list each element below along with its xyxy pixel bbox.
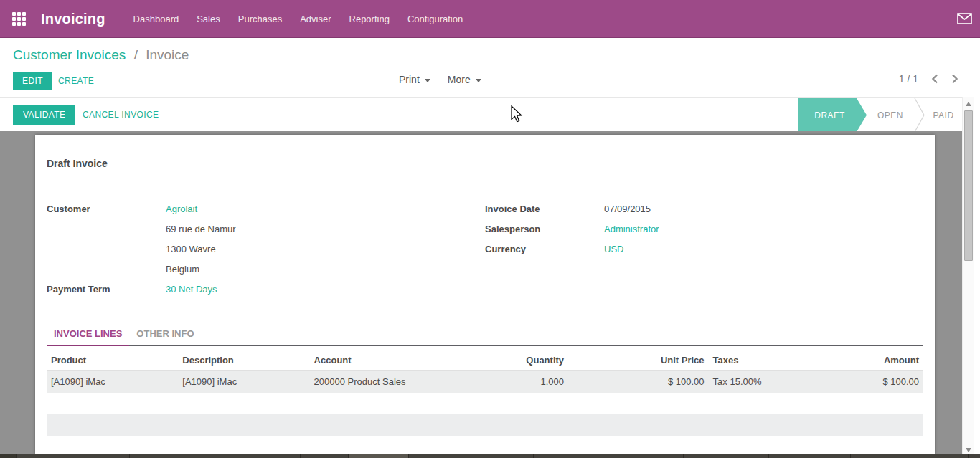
table-row[interactable]: [A1090] iMac [A1090] iMac 200000 Product… (47, 371, 923, 393)
customer-address-country: Belgium (166, 264, 199, 275)
customer-address-city: 1300 Wavre (166, 244, 216, 254)
customer-address-street: 69 rue de Namur (166, 224, 236, 234)
taskbar-segment[interactable] (409, 454, 534, 458)
scroll-down-icon[interactable] (966, 448, 971, 452)
breadcrumb: Customer Invoices / Invoice (13, 47, 189, 63)
stage-draft[interactable]: DRAFT (798, 98, 867, 132)
control-panel: Customer Invoices / Invoice EDIT CREATE … (0, 38, 980, 97)
print-dropdown[interactable]: Print (399, 74, 430, 85)
notebook-tabs: INVOICE LINES OTHER INFO (47, 328, 923, 346)
edit-button[interactable]: EDIT (13, 72, 52, 90)
record-pager: 1 / 1 (899, 73, 958, 85)
invoice-sheet: Draft Invoice Customer Agrolait 69 rue d… (35, 135, 935, 454)
caret-down-icon (476, 79, 481, 82)
field-group-left: Customer Agrolait 69 rue de Namur 1300 W… (47, 199, 463, 299)
salesperson-value[interactable]: Administrator (604, 224, 659, 234)
invoice-date-value: 07/09/2015 (604, 204, 651, 214)
menu-item-reporting[interactable]: Reporting (349, 14, 390, 24)
salesperson-label: Salesperson (485, 224, 604, 234)
cell-taxes[interactable]: Tax 15.00% (709, 371, 823, 393)
statusbar: VALIDATE CANCEL INVOICE DRAFT OPEN PAID (0, 97, 980, 131)
col-amount: Amount (822, 350, 923, 371)
menu-item-adviser[interactable]: Adviser (300, 14, 331, 24)
dropdown-group: Print More (399, 74, 481, 85)
field-group-right: Invoice Date 07/09/2015 Salesperson Admi… (485, 199, 887, 259)
status-pipeline: DRAFT OPEN PAID (798, 98, 961, 132)
pager-next-icon[interactable] (951, 74, 958, 84)
menu-item-configuration[interactable]: Configuration (407, 14, 463, 24)
col-quantity: Quantity (494, 350, 568, 371)
taskbar-segment[interactable] (769, 454, 851, 458)
invoicing-app: Invoicing Dashboard Sales Purchases Advi… (0, 0, 980, 458)
apps-grid-icon[interactable] (12, 12, 26, 26)
col-account: Account (310, 350, 494, 371)
create-button[interactable]: CREATE (58, 72, 94, 90)
col-taxes: Taxes (709, 350, 823, 371)
more-dropdown[interactable]: More (448, 74, 481, 85)
payment-term-label: Payment Term (47, 284, 166, 295)
form-view-background: Draft Invoice Customer Agrolait 69 rue d… (0, 131, 980, 458)
action-buttons-row: EDIT CREATE Print More 1 / 1 (0, 72, 980, 91)
taskbar-segment[interactable] (0, 454, 17, 458)
menu-item-dashboard[interactable]: Dashboard (133, 14, 179, 24)
stage-paid[interactable]: PAID (925, 98, 961, 132)
main-menu: Dashboard Sales Purchases Adviser Report… (133, 14, 463, 24)
cancel-invoice-button[interactable]: CANCEL INVOICE (83, 105, 159, 125)
customer-label: Customer (47, 204, 166, 214)
taskbar-segment[interactable] (534, 454, 684, 458)
table-header-row: Product Description Account Quantity Uni… (47, 350, 923, 371)
right-gutter (962, 97, 980, 458)
pager-previous-icon[interactable] (931, 74, 938, 84)
invoice-lines-table: Product Description Account Quantity Uni… (47, 350, 923, 393)
invoice-date-label: Invoice Date (485, 204, 604, 214)
taskbar-segment[interactable] (684, 454, 769, 458)
cell-unit-price[interactable]: $ 100.00 (568, 371, 709, 393)
invoice-state-title: Draft Invoice (47, 158, 108, 169)
cell-amount[interactable]: $ 100.00 (822, 371, 923, 393)
os-taskbar-edge[interactable] (0, 454, 980, 458)
currency-value[interactable]: USD (604, 244, 623, 254)
tab-invoice-lines[interactable]: INVOICE LINES (47, 328, 129, 346)
payment-term-value[interactable]: 30 Net Days (166, 284, 217, 295)
breadcrumb-current: Invoice (146, 47, 189, 62)
validate-button[interactable]: VALIDATE (13, 105, 75, 125)
col-product: Product (47, 350, 178, 371)
taskbar-segment[interactable] (301, 454, 349, 458)
top-navbar: Invoicing Dashboard Sales Purchases Advi… (0, 0, 980, 38)
taskbar-segment[interactable] (349, 454, 409, 458)
stage-open[interactable]: OPEN (867, 98, 914, 132)
app-title[interactable]: Invoicing (41, 11, 105, 27)
menu-item-purchases[interactable]: Purchases (238, 14, 282, 24)
menu-item-sales[interactable]: Sales (197, 14, 220, 24)
breadcrumb-customer-invoices[interactable]: Customer Invoices (13, 47, 126, 62)
cell-description[interactable]: [A1090] iMac (178, 371, 309, 393)
taskbar-segment[interactable] (130, 454, 301, 458)
taskbar-segment[interactable] (969, 454, 980, 458)
customer-value[interactable]: Agrolait (166, 204, 197, 214)
scrollbar-thumb[interactable] (964, 110, 973, 261)
caret-down-icon (425, 79, 430, 82)
taskbar-segment[interactable] (851, 454, 969, 458)
cell-quantity[interactable]: 1.000 (494, 371, 568, 393)
col-unit-price: Unit Price (568, 350, 709, 371)
currency-label: Currency (485, 244, 604, 254)
breadcrumb-separator: / (134, 47, 138, 62)
messages-envelope-icon[interactable] (957, 13, 972, 24)
totals-placeholder-strip (47, 414, 923, 436)
cell-account[interactable]: 200000 Product Sales (310, 371, 494, 393)
col-description: Description (178, 350, 309, 371)
pager-count: 1 / 1 (899, 73, 918, 85)
taskbar-segment[interactable] (17, 454, 130, 458)
cell-product[interactable]: [A1090] iMac (47, 371, 178, 393)
scroll-up-icon[interactable] (966, 102, 971, 106)
stage-separator-icon (914, 98, 925, 132)
tab-other-info[interactable]: OTHER INFO (129, 328, 201, 345)
vertical-scrollbar[interactable] (962, 97, 974, 458)
